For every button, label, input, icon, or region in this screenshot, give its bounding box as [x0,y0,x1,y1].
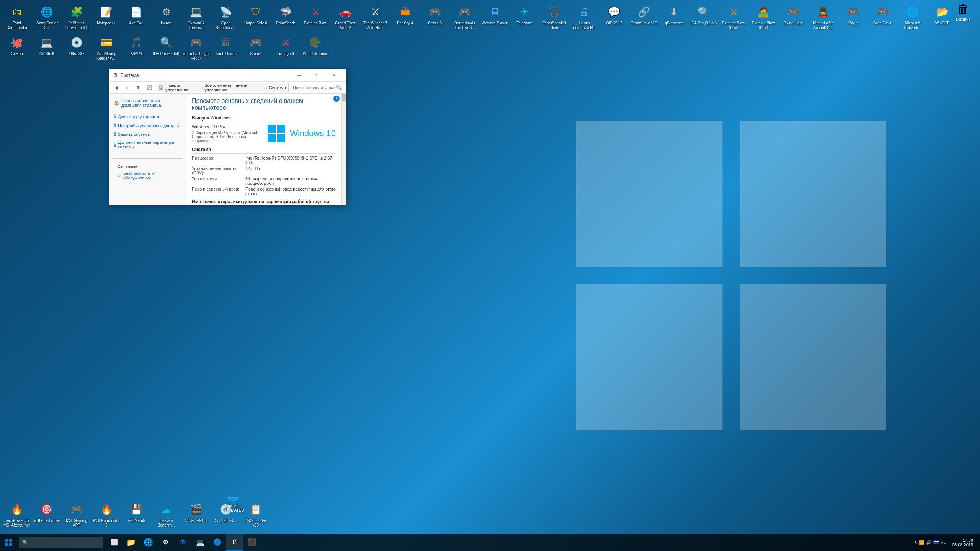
search-box[interactable]: 🔍 [291,83,344,92]
icon-frontend-stigmated[interactable]: 🌐 FrontendSTIGMATED [222,497,244,513]
icon-total-commander[interactable]: 🗂 Total Commander [2,2,32,33]
sidebar-remote-access[interactable]: ℹ Настройка удалённого доступа [109,121,186,130]
sidebar-advanced-settings[interactable]: ℹ Дополнительные параметры системы [109,139,186,151]
taskbar-edge[interactable]: 🌐 [140,534,157,551]
icon-cygwin[interactable]: 💻 Cygwin64 Terminal [181,2,211,33]
icon-grandtheftauto[interactable]: 🚗 Grand Theft Auto V [330,2,360,33]
address-path[interactable]: 🏠 Панель управления › Все элементы панел… [156,83,289,92]
icon-hotpotshield[interactable]: 🛡 Hotpot Shield [241,2,271,33]
icon-vmware[interactable]: 🖥 VMware Player [480,2,510,33]
icon-telegram[interactable]: ✈ Telegram [510,2,539,33]
svg-rect-8 [5,539,8,542]
svg-rect-6 [268,134,276,142]
icon-borderlands[interactable]: 🎮 Borderlands The Pre-S... [450,2,480,33]
icon-testmem5[interactable]: 💾 TestMem5 [121,499,151,530]
svg-rect-0 [576,121,723,267]
tray-show-hidden[interactable]: ∧ [914,540,917,545]
taskbar-search-input[interactable] [30,540,99,545]
icon-msi-gaming[interactable]: 🎮 MSI Gaming APP [62,499,91,530]
icon-tombraider[interactable]: 🏛 Tomb Raider [211,33,241,63]
icon-residentevil[interactable]: 🎮 Dying Light [778,2,808,33]
sidebar-system-protection[interactable]: ℹ Защита системы [109,130,186,139]
icon-idapro64[interactable]: 🔍 IDA Pro (64-bit) [151,33,181,63]
svg-rect-4 [268,125,276,133]
icon-centrlicense[interactable]: 🖨 Центр решений HP [569,2,599,33]
taskbar: 🔍 ⬜ 📁 🌐 ⚙ 🛍 💻 🔵 🖥 ⬛ ∧ 📶 🔊 🇷🇺 RU 17:59 [0,534,980,551]
sidebar-security[interactable]: 🛡 Безопасность и обслуживание [113,170,183,182]
icon-gitshell[interactable]: 💻 Git Shell [32,33,62,63]
icon-msi-afterburner[interactable]: 🎯 MSI Afterburner [32,499,62,530]
icon-pointshark[interactable]: 🦈 PointShark [271,2,301,33]
icon-farcry4[interactable]: 🏔 Far Cry 4 [390,2,420,33]
scrollbar[interactable] [341,94,346,205]
icon-menofwar[interactable]: 💂 Men of War Assault S... [808,2,838,33]
taskbar-chrome[interactable]: 🔵 [209,534,226,551]
icon-witcher[interactable]: ⚔ The Witcher 3 Wild Hunt [360,2,390,33]
icon-aimp3[interactable]: 🎵 AIMP3 [121,33,151,63]
taskbar-terminal[interactable]: ⬛ [243,534,260,551]
icon-cinebench[interactable]: 🎬 CINEBENCH [181,499,211,530]
taskbar-cmd[interactable]: 💻 [191,534,209,551]
clock-area[interactable]: 17:59 06.08.2015 [948,538,977,547]
taskbar-explorer[interactable]: 📁 [122,534,140,551]
task-view-button[interactable]: ⬜ [105,534,122,551]
icon-incron[interactable]: ⚙ incron [151,2,181,33]
icon-msnetwork[interactable]: 🌐 Microsoft Network... [898,2,928,33]
sidebar-device-manager[interactable]: ℹ Диспетчер устройств [109,112,186,121]
icon-lineage2[interactable]: ⚔ Lineage II [271,33,301,63]
window-controls: ─ □ ✕ [290,69,343,82]
scroll-thumb[interactable] [342,94,346,101]
icon-teamviewer[interactable]: 🔗 TeamViewer 10 [629,2,659,33]
icon-ultraiso[interactable]: 💿 UltraISO [62,33,91,63]
time-display: 17:59 [952,538,973,543]
taskbar-store[interactable]: 🛍 [174,534,191,551]
icon-grimdawn[interactable]: 🎮 Grim Dawn [868,2,898,33]
icon-teamspeak[interactable]: 🎧 TeamSpeak 3 Client [539,2,569,33]
icon-wampserver[interactable]: 🌐 WampServer 2.x [32,2,62,33]
icon-msi-kombustor[interactable]: 🔥 MSI Kombustor 3 [91,499,121,530]
tray-misc: RU [941,540,946,544]
icon-github[interactable]: 🐙 GitHub [2,33,32,63]
taskbar-search-box[interactable]: 🔍 [19,537,103,548]
icon-worldoftanks[interactable]: 🪖 World of Tanks [301,33,330,63]
icon-jetbrains[interactable]: 🧩 JetBrains PhpStorm 9.0 [62,2,91,33]
refresh-button[interactable]: 🔄 [145,83,154,92]
icon-metrolastlight[interactable]: 🎮 Metro Last Light Redux [181,33,211,63]
icon-bsod-codes[interactable]: 📋 BSOD codes x58 [241,499,271,530]
windows-version-text: Windows 10 [290,129,336,139]
icon-heaven[interactable]: ☁ Heaven Benchm... [151,499,181,530]
search-input[interactable] [293,85,335,90]
start-button[interactable] [0,534,17,551]
icon-openbroadcast[interactable]: 📡 Open Broadcast... [211,2,241,33]
up-button[interactable]: ⬆ [134,83,143,92]
window-body: 🏠 Панель управления — домашняя страница … [109,94,346,205]
icon-piercingblow[interactable]: ⚔ Piercing Blow [301,2,330,33]
maximize-button[interactable]: □ [308,69,325,82]
icon-crysis3[interactable]: 🎮 Crysis 3 [420,2,450,33]
forward-button[interactable]: ▶ [122,83,132,92]
back-button[interactable]: ◀ [111,83,121,92]
taskbar-controlpanel[interactable]: 🖥 [226,534,243,551]
icon-qbittorrent[interactable]: ⬇ qBittorrent [659,2,689,33]
icon-steam[interactable]: 🎮 Steam [241,33,271,63]
icon-techpowerup[interactable]: 🔥 TechPowerUp MSI Afterburner [2,499,32,530]
icon-idapro32[interactable]: 🔍 IDA Pro (32-bit) [689,2,719,33]
icon-akelpad[interactable]: 📄 AkelPad [121,2,151,33]
icon-dyinglight[interactable]: 🧟 Piercing Blow (Dev) [748,2,778,33]
icon-piercingblowdev[interactable]: ⚔ Piercing Blow (Dev) [719,2,748,33]
show-desktop-button[interactable] [977,534,980,551]
close-button[interactable]: ✕ [325,69,343,82]
info-button[interactable]: ? [333,96,340,102]
icon-notepadpp[interactable]: 📝 Notepad++ [91,2,121,33]
icon-recycle-bin[interactable]: 🗑 Корзина [948,2,978,22]
icon-rage[interactable]: 🎮 Rage [838,2,868,33]
windows-edition: Windows 10 Pro [192,124,267,129]
taskbar-settings[interactable]: ⚙ [157,534,174,551]
total-commander-icon: 🗂 [9,4,25,20]
icon-webmoney[interactable]: 💳 WebMoney Keeper W... [91,33,121,63]
minimize-button[interactable]: ─ [290,69,308,82]
icon-qip2012[interactable]: 💬 QIP 2012 [599,2,629,33]
sidebar-home-link[interactable]: 🏠 Панель управления — домашняя страница [109,97,186,109]
address-bar: ◀ ▶ ⬆ 🔄 🏠 Панель управления › Все элемен… [109,82,346,94]
pen-touch-row: Перо и сенсорный ввод: Перо и сенсорный … [192,187,336,196]
